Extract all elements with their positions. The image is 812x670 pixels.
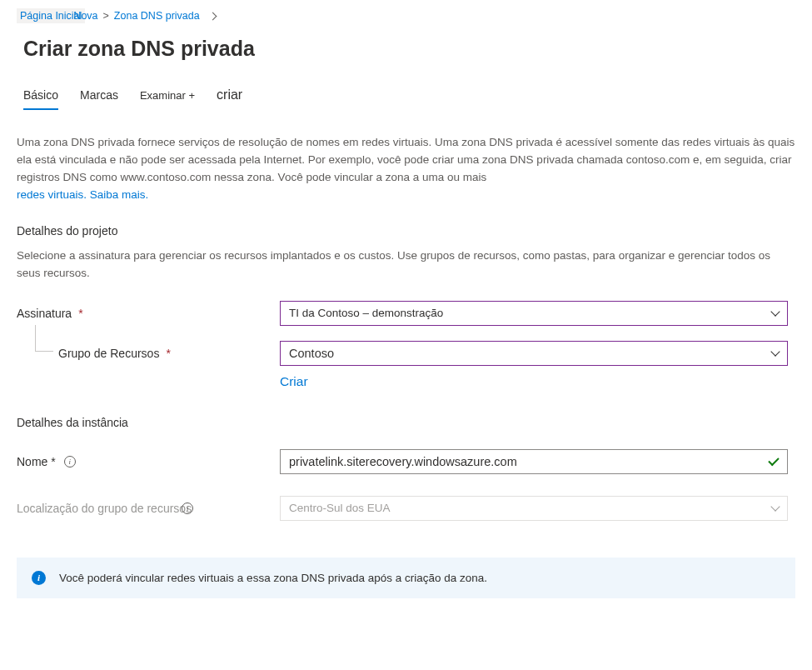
rg-label-text: Grupo de Recursos [58,347,159,360]
project-description: Selecione a assinatura para gerenciar os… [0,244,812,298]
info-icon[interactable]: i [64,456,76,468]
tab-tags[interactable]: Marcas [80,88,118,108]
chevron-down-icon [770,307,780,316]
required-mark: * [166,347,170,360]
rg-value: Contoso [289,347,334,360]
resource-group-select[interactable]: Contoso [280,341,788,366]
name-label-text: Nome * [17,455,56,468]
zone-description: Uma zona DNS privada fornece serviços de… [0,121,812,204]
section-instance-details: Detalhes da instância [0,389,812,436]
info-icon: i [32,571,46,585]
breadcrumb-sep: > [102,10,111,22]
info-banner: i Você poderá vincular redes virtuais a … [17,558,795,598]
required-mark: * [78,307,82,320]
chevron-down-icon [770,502,780,511]
chevron-right-icon [208,12,217,20]
create-new-rg-link[interactable]: Criar [0,369,812,389]
section-project-details: Detalhes do projeto [0,204,812,244]
banner-text: Você poderá vincular redes virtuais a es… [59,572,487,584]
link-virtual-networks[interactable]: redes virtuais. [17,188,87,201]
location-select-disabled: Centro-Sul dos EUA [280,496,788,521]
subscription-select[interactable]: TI da Contoso – demonstração [280,301,788,326]
link-learn-more[interactable]: Saiba mais. [90,188,149,201]
subscription-label-text: Assinatura [17,307,72,320]
breadcrumb-new[interactable]: Nova [73,10,97,22]
label-resource-group: Grupo de Recursos * [17,347,280,360]
breadcrumb-home[interactable]: Página Inicial [20,10,82,22]
label-subscription: Assinatura * [17,307,280,320]
location-label-text: Localização do grupo de recursos [17,502,192,515]
label-name: Nome * i [17,455,280,468]
label-rg-location: Localização do grupo de recursos i [17,502,280,515]
breadcrumb-zone[interactable]: Zona DNS privada [114,10,200,22]
subscription-value: TI da Contoso – demonstração [289,307,443,319]
info-icon[interactable]: i [182,502,193,514]
description-text: Uma zona DNS privada fornece serviços de… [17,136,795,183]
name-input[interactable]: privatelink.siterecovery.windowsazure.co… [280,449,788,474]
tab-basic[interactable]: Básico [23,88,58,110]
location-value: Centro-Sul dos EUA [289,502,391,514]
name-value: privatelink.siterecovery.windowsazure.co… [289,455,517,468]
tree-connector-icon [35,325,53,352]
chevron-down-icon [770,347,780,356]
tab-create[interactable]: criar [217,88,242,109]
tab-review[interactable]: Examinar + [140,89,195,108]
page-title: Criar zona DNS privada [0,30,812,88]
check-icon [768,454,779,465]
breadcrumb: Página Inicial Nova > Zona DNS privada [0,0,812,30]
tabs: Básico Marcas Examinar + criar [0,88,812,111]
